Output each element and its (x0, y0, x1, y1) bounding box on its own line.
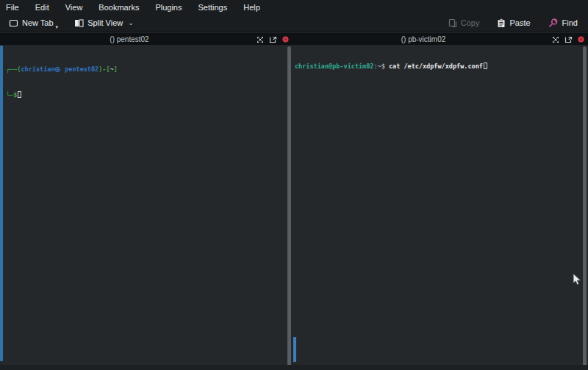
terminal-cursor (484, 63, 487, 69)
new-output-indicator (0, 46, 3, 361)
pane-title: () pb-victim02 (293, 35, 554, 43)
terminal-pb-victim02[interactable]: christian@pb-victim02:~$ cat /etc/xdpfw/… (293, 45, 588, 365)
terminal-pentest02[interactable]: ┌──(christian㉿ pentest02)-[~] └─$ (0, 45, 287, 365)
paste-button[interactable]: Paste (494, 15, 533, 31)
pane-header-pentest02[interactable]: () pentest02 (0, 33, 293, 46)
terminal-text: christian@pb-victim02:~$ cat /etc/xdpfw/… (295, 46, 487, 88)
menu-bookmarks[interactable]: Bookmarks (98, 3, 139, 12)
new-tab-button[interactable]: New Tab ▾ (6, 15, 61, 31)
detach-view-icon[interactable] (269, 36, 277, 43)
terminal-area: ┌──(christian㉿ pentest02)-[~] └─$ christ… (0, 45, 588, 365)
split-view-button[interactable]: Split View ⌄ (71, 15, 137, 31)
find-icon (548, 18, 559, 28)
scrollbar-left-pane[interactable] (287, 46, 291, 366)
prompt-line-2: └─$ (6, 91, 118, 100)
menu-settings[interactable]: Settings (198, 3, 227, 12)
find-button[interactable]: Find (545, 15, 581, 31)
copy-icon (448, 18, 457, 28)
menu-help[interactable]: Help (243, 3, 260, 12)
new-output-indicator (293, 337, 296, 362)
copy-button[interactable]: Copy (445, 15, 483, 31)
menu-bar: File Edit View Bookmarks Plugins Setting… (0, 0, 588, 14)
close-view-icon[interactable] (578, 36, 584, 43)
maximize-view-icon[interactable] (257, 36, 264, 43)
detach-view-icon[interactable] (564, 36, 573, 43)
terminal-text: ┌──(christian㉿ pentest02)-[~] └─$ (6, 49, 118, 116)
window-bottom-edge (0, 365, 588, 370)
split-headers-row: () pentest02 (0, 32, 588, 45)
split-view-label: Split View (87, 18, 123, 27)
new-tab-dropdown-caret[interactable]: ▾ (56, 24, 59, 30)
pane-header-pb-victim02[interactable]: () pb-victim02 (293, 33, 588, 46)
menu-edit[interactable]: Edit (35, 3, 49, 12)
new-tab-label: New Tab (22, 18, 54, 27)
mouse-cursor (573, 273, 582, 286)
new-tab-icon (9, 18, 18, 28)
menu-plugins[interactable]: Plugins (155, 3, 182, 12)
konsole-window: File Edit View Bookmarks Plugins Setting… (0, 0, 588, 370)
pane-title: () pentest02 (0, 35, 259, 43)
prompt-line: christian@pb-victim02:~$ cat /etc/xdpfw/… (295, 63, 487, 71)
find-label: Find (562, 18, 578, 27)
maximize-view-icon[interactable] (552, 36, 559, 43)
chevron-down-icon[interactable]: ⌄ (128, 19, 134, 26)
close-view-icon[interactable] (282, 36, 289, 43)
split-view-icon (74, 18, 84, 28)
copy-label: Copy (461, 18, 480, 27)
scrollbar-right-pane[interactable] (583, 46, 587, 369)
paste-label: Paste (509, 18, 530, 27)
prompt-line-1: ┌──(christian㉿ pentest02)-[~] (6, 65, 118, 74)
menu-file[interactable]: File (6, 3, 19, 12)
menu-view[interactable]: View (65, 3, 83, 12)
paste-icon (497, 18, 506, 28)
toolbar: New Tab ▾ Split View ⌄ (0, 14, 588, 32)
terminal-cursor (18, 91, 21, 98)
